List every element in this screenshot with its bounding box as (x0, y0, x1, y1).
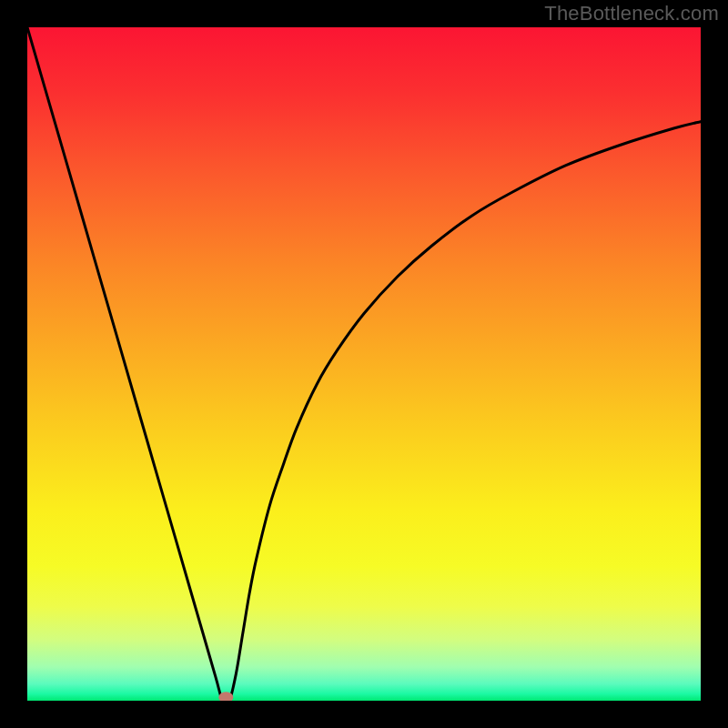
plot-area (27, 27, 701, 701)
chart-frame: TheBottleneck.com (0, 0, 728, 728)
watermark-text: TheBottleneck.com (544, 2, 719, 25)
bottleneck-curve (27, 27, 701, 701)
chart-svg (27, 27, 701, 701)
